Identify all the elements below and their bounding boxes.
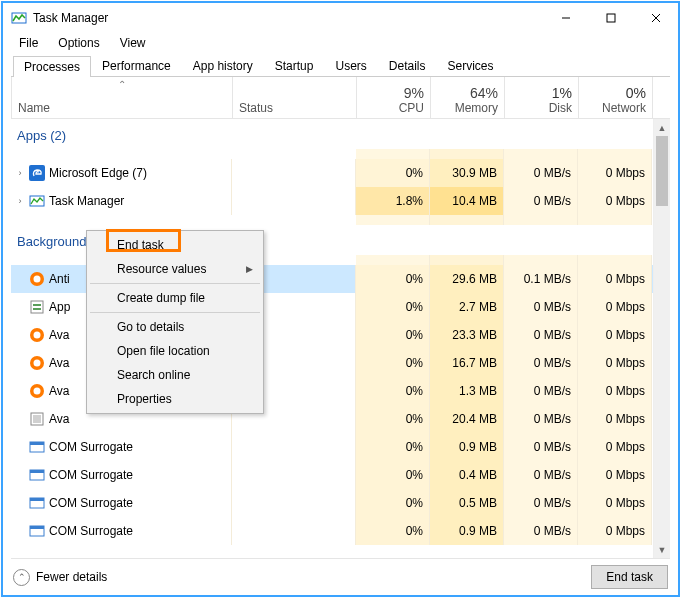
svg-rect-19 — [33, 415, 41, 423]
process-memory: 30.9 MB — [430, 159, 504, 187]
process-icon — [29, 193, 45, 209]
column-status[interactable]: Status — [233, 77, 357, 118]
titlebar: Task Manager — [3, 3, 678, 33]
scroll-up-icon[interactable]: ▲ — [654, 119, 670, 136]
process-name-cell: COM Surrogate — [11, 461, 232, 489]
tab-users[interactable]: Users — [324, 55, 377, 76]
tab-processes[interactable]: Processes — [13, 56, 91, 77]
ctx-end-task[interactable]: End task — [89, 233, 261, 257]
menu-options[interactable]: Options — [50, 34, 107, 52]
process-row[interactable]: COM Surrogate0%0.5 MB0 MB/s0 Mbps — [11, 489, 653, 517]
window-title: Task Manager — [33, 11, 108, 25]
svg-rect-2 — [607, 14, 615, 22]
minimize-button[interactable] — [543, 4, 588, 33]
process-memory: 23.3 MB — [430, 321, 504, 349]
ctx-resource-values-label: Resource values — [117, 262, 206, 276]
tab-services[interactable]: Services — [437, 55, 505, 76]
end-task-button[interactable]: End task — [591, 565, 668, 589]
fewer-details-toggle[interactable]: ⌃ Fewer details — [13, 569, 107, 586]
ctx-separator — [90, 283, 260, 284]
process-memory: 0.9 MB — [430, 433, 504, 461]
menubar: File Options View — [3, 33, 678, 53]
process-icon — [29, 383, 45, 399]
column-memory[interactable]: 64% Memory — [431, 77, 505, 118]
ctx-go-details[interactable]: Go to details — [89, 315, 261, 339]
process-name: Microsoft Edge (7) — [49, 166, 147, 180]
process-status — [232, 433, 356, 461]
process-row[interactable]: COM Surrogate0%0.9 MB0 MB/s0 Mbps — [11, 433, 653, 461]
process-name: Ava — [49, 356, 69, 370]
process-cpu: 0% — [356, 377, 430, 405]
process-row[interactable]: COM Surrogate0%0.4 MB0 MB/s0 Mbps — [11, 461, 653, 489]
ctx-search-online[interactable]: Search online — [89, 363, 261, 387]
column-name[interactable]: ⌃ Name — [11, 77, 233, 118]
process-memory: 0.5 MB — [430, 489, 504, 517]
column-name-label: Name — [18, 101, 226, 115]
process-disk: 0.1 MB/s — [504, 265, 578, 293]
process-disk: 0 MB/s — [504, 293, 578, 321]
process-row[interactable]: ›Microsoft Edge (7)0%30.9 MB0 MB/s0 Mbps — [11, 159, 653, 187]
ctx-properties[interactable]: Properties — [89, 387, 261, 411]
ctx-create-dump[interactable]: Create dump file — [89, 286, 261, 310]
maximize-button[interactable] — [588, 4, 633, 33]
column-disk-label: Disk — [549, 101, 572, 115]
process-memory: 2.7 MB — [430, 293, 504, 321]
process-memory: 20.4 MB — [430, 405, 504, 433]
process-icon — [29, 523, 45, 539]
process-cpu: 0% — [356, 321, 430, 349]
svg-point-17 — [34, 388, 41, 395]
expand-chevron-icon[interactable]: › — [15, 168, 25, 178]
process-cpu: 0% — [356, 405, 430, 433]
process-disk: 0 MB/s — [504, 433, 578, 461]
process-status — [232, 159, 356, 187]
process-disk: 0 MB/s — [504, 187, 578, 215]
svg-rect-21 — [30, 442, 44, 445]
process-icon — [29, 411, 45, 427]
svg-point-13 — [34, 332, 41, 339]
process-row[interactable]: COM Surrogate0%0.9 MB0 MB/s0 Mbps — [11, 517, 653, 545]
svg-rect-27 — [30, 526, 44, 529]
column-disk[interactable]: 1% Disk — [505, 77, 579, 118]
menu-view[interactable]: View — [112, 34, 154, 52]
group-summary-row — [11, 149, 653, 159]
tab-performance[interactable]: Performance — [91, 55, 182, 76]
tab-startup[interactable]: Startup — [264, 55, 325, 76]
process-disk: 0 MB/s — [504, 517, 578, 545]
process-name: Task Manager — [49, 194, 124, 208]
process-name: COM Surrogate — [49, 440, 133, 454]
column-cpu[interactable]: 9% CPU — [357, 77, 431, 118]
close-button[interactable] — [633, 4, 678, 33]
process-cpu: 0% — [356, 293, 430, 321]
process-network: 0 Mbps — [578, 489, 652, 517]
tab-details[interactable]: Details — [378, 55, 437, 76]
ctx-resource-values[interactable]: Resource values ▶ — [89, 257, 261, 281]
vertical-scrollbar[interactable]: ▲ ▼ — [653, 119, 670, 558]
process-network: 0 Mbps — [578, 187, 652, 215]
menu-file[interactable]: File — [11, 34, 46, 52]
svg-rect-5 — [29, 165, 45, 181]
expand-chevron-icon[interactable]: › — [15, 196, 25, 206]
process-cpu: 0% — [356, 517, 430, 545]
svg-rect-23 — [30, 470, 44, 473]
ctx-open-location[interactable]: Open file location — [89, 339, 261, 363]
process-name: Ava — [49, 412, 69, 426]
process-icon — [29, 299, 45, 315]
group-apps-label[interactable]: Apps (2) — [11, 119, 653, 149]
ctx-separator — [90, 312, 260, 313]
fewer-details-label: Fewer details — [36, 570, 107, 584]
chevron-right-icon: ▶ — [246, 264, 253, 274]
column-network[interactable]: 0% Network — [579, 77, 653, 118]
process-network: 0 Mbps — [578, 517, 652, 545]
svg-point-8 — [34, 276, 41, 283]
scroll-down-icon[interactable]: ▼ — [654, 541, 670, 558]
process-memory: 1.3 MB — [430, 377, 504, 405]
process-network: 0 Mbps — [578, 433, 652, 461]
process-name: COM Surrogate — [49, 496, 133, 510]
scroll-thumb[interactable] — [656, 136, 668, 206]
process-disk: 0 MB/s — [504, 377, 578, 405]
network-total-pct: 0% — [626, 85, 646, 101]
memory-total-pct: 64% — [470, 85, 498, 101]
tab-app-history[interactable]: App history — [182, 55, 264, 76]
process-row[interactable]: ›Task Manager1.8%10.4 MB0 MB/s0 Mbps — [11, 187, 653, 215]
svg-rect-10 — [33, 304, 41, 306]
